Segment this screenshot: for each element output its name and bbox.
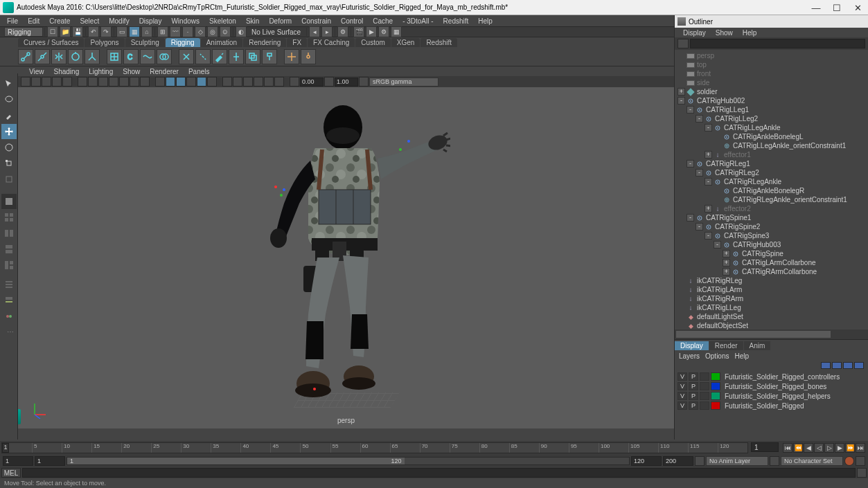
shelf-tab-sculpting[interactable]: Sculpting <box>125 38 165 47</box>
vp-exposure-field[interactable] <box>300 78 324 87</box>
single-pane-layout[interactable] <box>1 194 17 209</box>
outliner-item[interactable]: -CATRigSpine1 <box>675 213 868 222</box>
move-layer-down-icon[interactable] <box>832 362 842 369</box>
select-mode-object-icon[interactable]: ▭ <box>116 26 127 37</box>
menu-dtoall[interactable]: - 3DtoAll - <box>398 17 437 26</box>
snap-curve-icon[interactable]: 〰 <box>170 26 181 37</box>
shelf-mirror-joint-icon[interactable] <box>51 49 67 64</box>
shelf-tab-fxcaching[interactable]: FX Caching <box>308 38 355 47</box>
layer-visibility-toggle[interactable]: V <box>677 382 687 390</box>
paint-select-tool[interactable] <box>1 108 17 123</box>
new-empty-layer-icon[interactable] <box>843 362 853 369</box>
anim-start-field[interactable] <box>3 456 33 466</box>
expand-toggle[interactable]: - <box>687 106 694 114</box>
outliner-item[interactable]: defaultObjectSet <box>675 321 868 329</box>
two-pane-side-layout[interactable] <box>1 226 17 241</box>
outliner-menu-show[interactable]: Show <box>711 29 737 37</box>
layer-visibility-toggle[interactable]: V <box>677 401 687 410</box>
vp-motion-blur-icon[interactable] <box>264 77 274 87</box>
shelf-tab-custom[interactable]: Custom <box>355 38 390 47</box>
vp-safe-action-icon[interactable] <box>130 77 139 87</box>
step-forward-frame-button[interactable]: ▶ <box>835 443 844 453</box>
snap-center-icon[interactable]: ⊙ <box>220 26 231 37</box>
vp-image-plane-icon[interactable] <box>42 77 51 87</box>
vp-gate-mask-icon[interactable] <box>109 77 118 87</box>
outliner-item[interactable]: +CATRigRArmCollarbone <box>675 267 868 276</box>
vp-2d-pan-icon[interactable] <box>52 77 62 87</box>
layer-menu-help[interactable]: Help <box>734 352 749 360</box>
shelf-lattice-icon[interactable] <box>107 49 122 64</box>
outliner-item[interactable]: CATRigAnkleBonelegR <box>675 186 868 195</box>
menu-control[interactable]: Control <box>337 17 367 26</box>
menu-cache[interactable]: Cache <box>369 17 397 26</box>
outliner-item[interactable]: -CATRigRLegAnkle <box>675 177 868 186</box>
vp-gamma-field[interactable] <box>335 78 358 87</box>
shelf-orient-joint-icon[interactable] <box>68 49 83 64</box>
snap-point-icon[interactable]: · <box>182 26 193 37</box>
menu-skin[interactable]: Skin <box>242 17 263 26</box>
expand-toggle[interactable]: - <box>687 160 694 168</box>
menu-modify[interactable]: Modify <box>105 17 133 26</box>
layer-color-swatch[interactable] <box>711 401 720 410</box>
outliner-filter-icon[interactable] <box>677 39 689 48</box>
shelf-tab-fx[interactable]: FX <box>287 38 307 47</box>
go-to-start-button[interactable]: ⏮ <box>783 443 792 453</box>
expand-toggle[interactable]: - <box>696 115 703 123</box>
shelf-mirror-weights-icon[interactable] <box>229 49 244 64</box>
shelf-paint-weights-icon[interactable] <box>212 49 227 64</box>
expand-toggle[interactable]: + <box>723 259 730 266</box>
persp-graph-layout[interactable] <box>1 293 17 308</box>
outliner-item[interactable]: +effector1 <box>675 150 868 159</box>
outliner-scrollbar-horizontal[interactable] <box>675 329 868 339</box>
workspace-mode-select[interactable]: Rigging <box>4 27 43 37</box>
shelf-tab-rigging[interactable]: Rigging <box>166 38 200 47</box>
open-scene-icon[interactable]: 📁 <box>60 26 71 37</box>
layer-tab-display[interactable]: Display <box>675 341 709 350</box>
save-scene-icon[interactable]: 💾 <box>72 26 83 37</box>
outliner-item[interactable]: CATRigRLegAnkle_orientConstraint1 <box>675 195 868 204</box>
shelf-tab-animation[interactable]: Animation <box>201 38 242 47</box>
last-tool[interactable] <box>1 172 17 187</box>
outliner-item[interactable]: -CATRigRLeg2 <box>675 168 868 177</box>
anim-layer-select[interactable]: No Anim Layer <box>706 456 768 466</box>
expand-toggle[interactable]: - <box>677 97 685 105</box>
time-slider-track[interactable]: 1510152025303540455055606570758085909510… <box>1 442 748 453</box>
outliner-header[interactable]: Outliner <box>675 15 868 28</box>
display-layer-row[interactable]: VPFuturistic_Soldier_Rigged_controllers <box>677 372 865 381</box>
layer-color-swatch[interactable] <box>711 382 720 390</box>
expand-toggle[interactable]: + <box>723 268 730 275</box>
layer-tab-anim[interactable]: Anim <box>744 341 771 350</box>
outliner-item[interactable]: -CATRigLLeg1 <box>675 105 868 114</box>
current-frame-field[interactable] <box>751 442 779 452</box>
close-button[interactable]: ✕ <box>847 0 868 15</box>
vp-menu-show[interactable]: Show <box>118 68 144 75</box>
shelf-insert-joint-icon[interactable] <box>35 49 50 64</box>
layer-visibility-toggle[interactable]: V <box>677 372 687 381</box>
outliner-item[interactable]: ikCATRigLArm <box>675 285 868 294</box>
outliner-item[interactable]: -CATRigRLeg1 <box>675 159 868 168</box>
vp-multisample-icon[interactable] <box>274 77 284 87</box>
vp-resolution-gate-icon[interactable] <box>98 77 108 87</box>
menu-windows[interactable]: Windows <box>167 17 204 26</box>
outliner-item[interactable]: -CATRigLLegAnkle <box>675 123 868 132</box>
shelf-hammer-weights-icon[interactable] <box>262 49 277 64</box>
vp-safe-title-icon[interactable] <box>140 77 150 87</box>
redo-icon[interactable]: ↷ <box>100 26 112 37</box>
shelf-bind-skin-icon[interactable] <box>179 49 194 64</box>
hypershade-layout[interactable] <box>1 309 17 324</box>
layer-menu-layers[interactable]: Layers <box>679 352 700 360</box>
play-backward-button[interactable]: ◁ <box>814 443 824 453</box>
character-set-select[interactable]: No Character Set <box>781 456 843 466</box>
vp-screen-ao-icon[interactable] <box>254 77 263 87</box>
vp-field-chart-icon[interactable] <box>119 77 129 87</box>
expand-toggle[interactable]: - <box>696 169 703 177</box>
outliner-search-input[interactable] <box>690 39 865 48</box>
two-pane-stack-layout[interactable] <box>1 242 17 257</box>
script-editor-button[interactable] <box>857 468 867 478</box>
expand-toggle[interactable]: + <box>677 88 685 96</box>
display-layer-row[interactable]: VPFuturistic_Soldier_Rigged <box>677 401 865 410</box>
snap-grid-icon[interactable]: ⊞ <box>157 26 168 37</box>
shelf-tab-rendering[interactable]: Rendering <box>243 38 286 47</box>
outliner-item[interactable]: CATRigLLegAnkle_orientConstraint1 <box>675 141 868 150</box>
script-language-label[interactable]: MEL <box>1 468 21 478</box>
